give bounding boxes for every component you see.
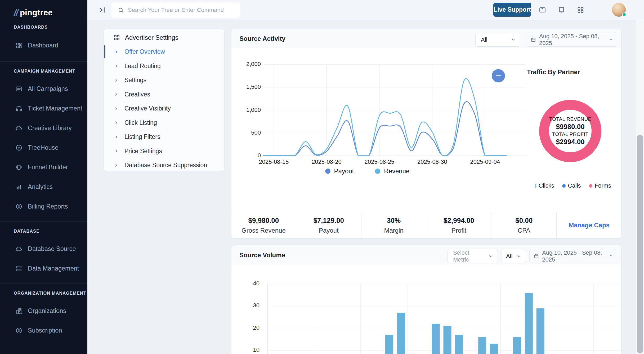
dollar-circle-icon: $ [15, 327, 23, 334]
legend-item-payout[interactable]: Payout [325, 167, 354, 175]
sidebar-item-label: Subscription [28, 327, 62, 334]
pingtree-logo[interactable]: //pingtree [0, 0, 87, 18]
settings-item-click-listing[interactable]: Click Listing [104, 116, 224, 130]
settings-item-offer-overview[interactable]: Offer Overview [104, 45, 224, 59]
window-icon[interactable] [539, 6, 546, 14]
sidebar-section-label: DASHBOARDS [0, 18, 87, 30]
partner-legend-item-calls[interactable]: Calls [562, 182, 581, 189]
campaign-card-icon [15, 85, 23, 92]
search-icon [118, 7, 124, 14]
advertiser-settings-header: Advertiser Settings [104, 29, 224, 42]
sidebar-item-label: TreeHouse [28, 144, 58, 151]
source-volume-bar-chart[interactable] [253, 276, 628, 354]
sidebar-collapse-icon[interactable] [98, 6, 106, 14]
stat-value: $9,980.00 [248, 216, 279, 225]
volume-date-range-value: Aug 10, 2025 - Sep 08, 2025 [542, 249, 604, 263]
sidebar-section: DATABASEDatabase SourceData Management [0, 222, 87, 284]
sidebar-item-funnel-builder[interactable]: Funnel Builder [0, 157, 87, 177]
chevron-right-icon [114, 78, 119, 83]
dollar-circle-icon: $ [15, 203, 23, 210]
sidebar-item-dashboard[interactable]: Dashboard [0, 36, 87, 55]
partner-filter-value: All [481, 36, 508, 43]
sidebar-item-data-management[interactable]: Data Management [0, 259, 87, 278]
legend-item-revenue[interactable]: Revenue [375, 167, 409, 175]
sidebar-item-label: All Campaigns [28, 85, 68, 92]
partner-legend-item-forms[interactable]: Forms [589, 182, 611, 189]
scrollbar-thumb[interactable] [637, 135, 643, 353]
sidebar-item-label: Dashboard [28, 42, 58, 49]
sidebar-item-all-campaigns[interactable]: All Campaigns [0, 79, 87, 99]
advertiser-settings-panel: Advertiser Settings Offer OverviewLead R… [104, 29, 225, 172]
stat-label: Profit [451, 227, 466, 234]
sidebar-item-billing-reports[interactable]: $Billing Reports [0, 197, 87, 216]
volume-partner-filter-select[interactable]: All [502, 249, 526, 263]
active-item-marker [104, 45, 105, 58]
chevron-down-icon [609, 254, 613, 259]
sidebar-section-label: ORGANIZATION MANAGEMENT [0, 284, 87, 296]
settings-item-price-settings[interactable]: Price Settings [104, 144, 224, 158]
settings-item-listing-filters[interactable]: Listing Filters [104, 130, 224, 144]
sidebar-item-ticket-management[interactable]: Ticket Management [0, 99, 87, 118]
metric-select[interactable]: Select Metric [448, 249, 498, 263]
date-range-picker[interactable]: Aug 10, 2025 - Sep 08, 2025 [526, 33, 617, 47]
source-activity-line-chart[interactable] [253, 60, 531, 159]
x-axis-tick: 2025-09-04 [461, 158, 509, 165]
sidebar-section: CAMPAIGN MANAGEMENTAll CampaignsTicket M… [0, 61, 87, 222]
sidebar-item-treehouse[interactable]: TreeHouse [0, 138, 87, 157]
manage-caps-link[interactable]: Manage Caps [569, 222, 610, 229]
search-input[interactable] [128, 7, 240, 14]
building-icon [15, 307, 23, 315]
metric-select-value: Select Metric [453, 249, 486, 263]
date-range-value: Aug 10, 2025 - Sep 08, 2025 [539, 33, 604, 47]
chevron-right-icon [114, 120, 119, 125]
sidebar-sections: DASHBOARDSDashboardCAMPAIGN MANAGEMENTAl… [0, 18, 87, 346]
settings-item-label: Price Settings [124, 148, 162, 155]
sidebar-section-label: CAMPAIGN MANAGEMENT [0, 62, 87, 74]
avatar[interactable] [612, 3, 626, 17]
primary-sidebar: //pingtree DASHBOARDSDashboardCAMPAIGN M… [0, 0, 87, 354]
x-axis-tick: 2025-08-20 [303, 158, 350, 165]
sidebar-item-subscription[interactable]: $Subscription [0, 321, 87, 340]
page-scrollbar[interactable] [636, 20, 644, 354]
settings-item-creatives[interactable]: Creatives [104, 87, 224, 102]
minus-icon [496, 75, 501, 76]
logo-text: pingtree [20, 8, 53, 17]
svg-text:$: $ [18, 205, 20, 209]
chevron-right-icon [114, 149, 119, 153]
search-shortcut-icon[interactable] [596, 6, 603, 14]
volume-date-range-picker[interactable]: Aug 10, 2025 - Sep 08, 2025 [529, 249, 617, 263]
legend-label: Revenue [384, 167, 409, 175]
cloud-icon [15, 245, 23, 253]
sidebar-item-label: Ticket Management [28, 105, 82, 112]
stat-gross-revenue: $9,980.00Gross Revenue [231, 212, 296, 238]
settings-item-settings[interactable]: Settings [104, 73, 224, 87]
headset-icon [15, 105, 23, 112]
partner-legend-item-clicks[interactable]: Clicks [535, 182, 554, 189]
sidebar-item-creative-library[interactable]: Creative Library [0, 118, 87, 138]
topbar: Live Support [87, 0, 644, 20]
donut-center-text: TOTAL REVENUE $9980.00 TOTAL PROFIT $299… [539, 100, 601, 162]
stat-profit: $2,994.00Profit [426, 212, 491, 238]
calendar-icon [534, 253, 539, 259]
sidebar-item-label: Billing Reports [28, 203, 68, 210]
sidebar-item-database-source[interactable]: Database Source [0, 239, 87, 259]
legend-label: Clicks [539, 182, 554, 189]
stat-label: Gross Revenue [241, 227, 286, 234]
sidebar-item-label: Database Source [28, 245, 76, 253]
funnel-icon [15, 164, 23, 171]
sidebar-item-organizations[interactable]: Organizations [0, 301, 87, 321]
stack-icon [15, 265, 23, 272]
settings-item-creative-visibility[interactable]: Creative Visibility [104, 101, 224, 116]
settings-item-database-source-suppression[interactable]: Database Source Suppression [104, 158, 224, 172]
traffic-by-partner-title: Traffic By Partner [527, 68, 580, 76]
live-support-button[interactable]: Live Support [493, 3, 531, 17]
chart-collapse-bubble[interactable] [492, 69, 505, 82]
stat-label: Margin [384, 227, 403, 234]
partner-filter-select[interactable]: All [475, 33, 520, 47]
bell-icon[interactable] [558, 6, 565, 14]
settings-item-label: Click Listing [124, 119, 157, 126]
legend-label: Calls [568, 182, 581, 189]
apps-grid-icon[interactable] [577, 6, 584, 14]
sidebar-item-analytics[interactable]: Analytics [0, 177, 87, 197]
settings-item-lead-routing[interactable]: Lead Routing [104, 59, 224, 73]
